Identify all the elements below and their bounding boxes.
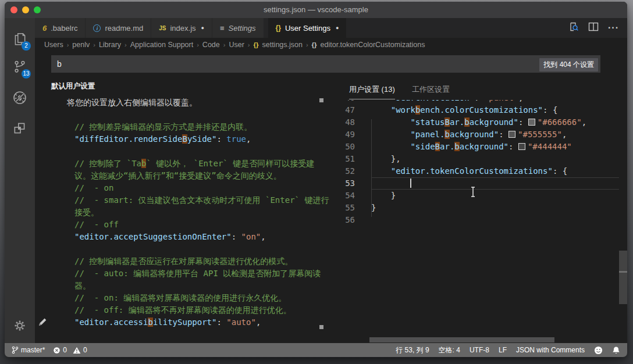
json-braces-icon: {} (312, 41, 317, 48)
code-line (35, 145, 330, 158)
vscode-window: settings.json — vscode-sample 2 13 6 .ba… (5, 2, 627, 357)
breadcrumb-item[interactable]: editor.tokenColorCustomizations (321, 41, 425, 49)
git-branch-indicator[interactable]: master* (12, 346, 45, 354)
editor-actions: ··· (568, 18, 627, 38)
code-line (35, 109, 330, 121)
open-preview-icon[interactable] (568, 22, 579, 34)
edit-pencil-icon[interactable] (38, 317, 48, 329)
explorer-badge: 2 (22, 41, 31, 51)
extensions-icon[interactable] (5, 116, 35, 141)
code-line: 55} (336, 202, 619, 214)
code-line: // - on: 编辑器将对屏幕阅读器的使用进行永久优化。 (35, 292, 330, 304)
horizontal-scrollbar[interactable] (369, 337, 554, 342)
code-line: 54 } (336, 190, 619, 202)
encoding-indicator[interactable]: UTF-8 (470, 346, 489, 354)
modified-dot-icon: ● (336, 25, 339, 31)
language-mode-indicator[interactable]: JSON with Comments (516, 346, 585, 354)
code-line: 56 (336, 214, 619, 226)
code-line: 47 "workbench.colorCustomizations": { (336, 104, 619, 116)
settings-gear-icon[interactable] (5, 315, 35, 336)
chevron-right-icon: › (67, 41, 69, 48)
color-swatch[interactable] (518, 143, 525, 150)
tab-settings-preview[interactable]: ≡ Settings (212, 18, 264, 38)
title-bar: settings.json — vscode-sample (5, 2, 627, 18)
tab-label: .babelrc (51, 24, 77, 33)
indentation-indicator[interactable]: 空格: 4 (439, 345, 460, 355)
line-number: 51 (336, 153, 355, 165)
vertical-scrollbar[interactable] (619, 251, 627, 304)
editor-area: 6 .babelrc i readme.md JS index.js ● ≡ S… (35, 18, 627, 343)
tab-label: readme.md (105, 24, 143, 33)
breadcrumb-item[interactable]: penlv (72, 41, 90, 49)
babel-icon: 6 (42, 24, 47, 33)
tab-user-settings-scope[interactable]: 用户设置 (13) (349, 84, 395, 99)
tab-readme[interactable]: i readme.md (86, 18, 151, 38)
split-editor-icon[interactable] (588, 22, 599, 34)
code-line: 53 (336, 177, 619, 190)
explorer-icon[interactable]: 2 (5, 26, 35, 52)
user-settings-code: 46 "search.location": "panel",47 "workbe… (336, 92, 619, 226)
color-swatch[interactable] (508, 131, 515, 138)
tab-workspace-settings-scope[interactable]: 工作区设置 (412, 84, 450, 95)
notifications-bell-icon[interactable] (612, 346, 620, 355)
window-title: settings.json — vscode-sample (5, 2, 627, 18)
code-line: // 控制编辑器是否应运行在对屏幕阅读器进行优化的模式。 (35, 255, 330, 267)
settings-search-input[interactable] (51, 55, 600, 73)
tab-user-settings[interactable]: {} User Settings ● (268, 18, 347, 38)
chevron-right-icon: › (223, 41, 226, 48)
code-line: 器。 (35, 280, 330, 292)
git-branch-icon (12, 346, 19, 354)
tab-indexjs[interactable]: JS index.js ● (151, 18, 212, 38)
eol-indicator[interactable]: LF (499, 346, 507, 354)
settings-target-tabs: 用户设置 (13) 工作区设置 (336, 77, 627, 100)
error-icon (53, 347, 61, 354)
more-actions-icon[interactable]: ··· (608, 25, 619, 31)
color-swatch[interactable] (528, 119, 535, 126)
info-icon: i (93, 24, 101, 32)
line-number: 47 (336, 104, 355, 116)
javascript-icon: JS (159, 25, 166, 31)
modified-dot-icon: ● (201, 25, 204, 31)
json-braces-icon: {} (276, 24, 281, 32)
breadcrumb-item[interactable]: User (229, 41, 244, 49)
breadcrumb-item[interactable]: Application Support (130, 41, 193, 49)
feedback-smiley-icon[interactable] (594, 346, 603, 355)
tab-bar: 6 .babelrc i readme.md JS index.js ● ≡ S… (35, 18, 627, 38)
code-line: // 控制除了 `Tab` 键以外， `Enter` 键是否同样可以接受建 (35, 158, 330, 170)
tab-babelrc[interactable]: 6 .babelrc (35, 18, 86, 38)
code-line: // - on (35, 182, 330, 194)
warning-count: 0 (83, 346, 87, 354)
code-line: // - auto: 编辑器将使用平台 API 以检测是否附加了屏幕阅读 (35, 267, 330, 280)
code-line: "editor.accessibilitySupport": "auto", (35, 316, 330, 329)
source-control-icon[interactable]: 13 (5, 54, 35, 80)
line-number: 54 (336, 190, 355, 202)
tab-label: index.js (170, 24, 195, 33)
breadcrumb-item[interactable]: Code (202, 41, 220, 49)
line-number: 52 (336, 165, 355, 177)
code-line: 50 "sideBar.background": "#444444" (336, 141, 619, 153)
breadcrumb-item[interactable]: settings.json (262, 41, 302, 49)
default-settings-title: 默认用户设置 (51, 81, 95, 91)
cursor-position[interactable]: 行 53, 列 9 (396, 345, 429, 355)
settings-search-row: 找到 404 个设置 (35, 51, 627, 77)
code-line: 52 "editor.tokenColorCustomizations": { (336, 165, 619, 177)
breadcrumb-item[interactable]: Library (99, 41, 121, 49)
line-number: 55 (336, 202, 355, 214)
default-settings-code: 将您的设置放入右侧编辑器以覆盖。// 控制差异编辑器的显示方式是并排还是内联。"… (35, 97, 330, 329)
code-line (35, 243, 330, 255)
text-cursor (410, 179, 411, 188)
line-number: 56 (336, 214, 355, 226)
problems-indicator[interactable]: 0 0 (53, 346, 87, 354)
breadcrumb-item[interactable]: Users (44, 41, 63, 49)
user-settings-editor: 用户设置 (13) 工作区设置 46 "search.location": "p… (336, 77, 627, 343)
settings-count-badge: 找到 404 个设置 (539, 58, 598, 72)
line-number: 50 (336, 141, 355, 153)
list-icon: ≡ (220, 24, 225, 33)
code-line: // - off: 编辑器将不再对屏幕阅读器的使用进行优化。 (35, 304, 330, 316)
code-line: 议。这能减少“插入新行”和“接受建议”命令之间的歧义。 (35, 170, 330, 182)
line-number: 53 (336, 177, 355, 190)
code-line: // 控制差异编辑器的显示方式是并排还是内联。 (35, 121, 330, 133)
chevron-right-icon: › (306, 41, 308, 48)
debug-icon[interactable] (5, 85, 35, 110)
tab-label: Settings (229, 24, 256, 33)
